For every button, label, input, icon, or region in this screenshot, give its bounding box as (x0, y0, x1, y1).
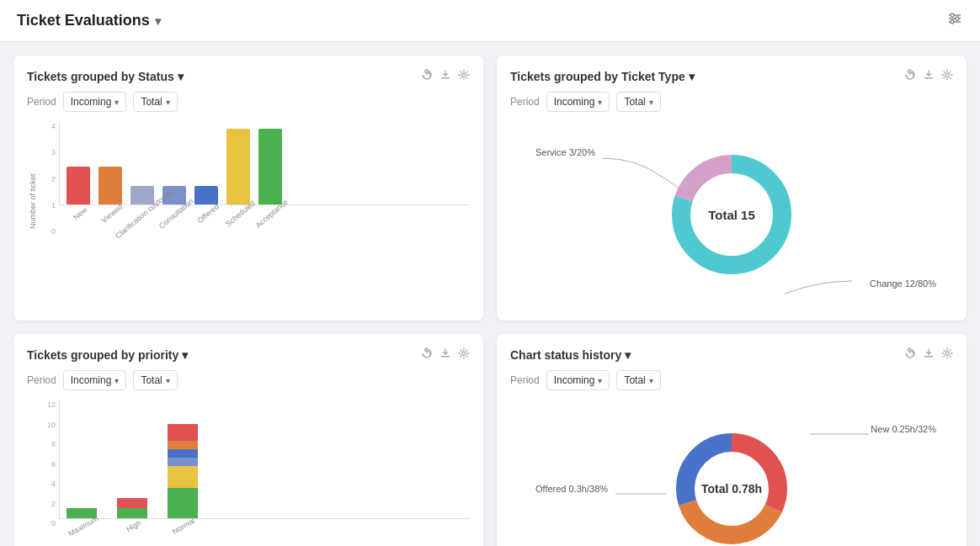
history-period-select[interactable]: Incoming ▾ (546, 370, 610, 390)
download-icon-2[interactable] (923, 69, 935, 83)
app-header: Ticket Evaluations ▾ (0, 0, 980, 42)
status-chart-title: Tickets grouped by Status ▾ (27, 70, 184, 83)
status-y-axis: Number of ticket 4 3 2 1 0 (27, 122, 59, 252)
svg-rect-12 (441, 356, 450, 358)
status-chart-body: New Viewed Clarification customer Consul… (59, 122, 470, 252)
svg-point-7 (462, 73, 466, 77)
normal-blue-seg (168, 449, 198, 458)
settings-icon-4[interactable] (941, 347, 953, 362)
header-filter-icon[interactable] (946, 10, 963, 31)
svg-point-15 (945, 352, 949, 355)
status-x-labels: New Viewed Clarification customer Consul… (59, 210, 470, 252)
svg-point-3 (951, 13, 954, 17)
status-history-filter-bar: Period Incoming ▾ Total ▾ (510, 370, 953, 390)
priority-filter-bar: Period Incoming ▾ Total ▾ (27, 370, 470, 390)
normal-green-seg (168, 488, 198, 518)
ticket-type-chart-title: Tickets grouped by Ticket Type ▾ (510, 70, 695, 83)
x-label-normal: Normal (167, 522, 197, 546)
stacked-normal (168, 407, 198, 518)
refresh-icon-3[interactable] (421, 347, 433, 362)
bar-new (67, 129, 90, 204)
bar-scheduled (226, 129, 250, 204)
title-chevron[interactable]: ▾ (155, 14, 161, 28)
svg-rect-14 (924, 356, 933, 358)
status-history-actions (904, 347, 953, 362)
history-donut-center: Total 0.78h (701, 482, 762, 496)
ticket-type-donut: Service 3/20% Total 15 Chan (510, 122, 953, 307)
bar-viewed (99, 129, 122, 204)
refresh-icon-2[interactable] (904, 69, 916, 83)
normal-segments (168, 424, 198, 518)
priority-total-select[interactable]: Total ▾ (133, 370, 177, 390)
ticket-type-total-select[interactable]: Total ▾ (616, 92, 660, 112)
priority-x-labels: Maximum High Normal (59, 522, 470, 546)
priority-bars (59, 400, 470, 519)
download-icon-4[interactable] (923, 347, 935, 362)
settings-icon[interactable] (458, 69, 470, 83)
period-label: Period (27, 96, 56, 108)
normal-yellow-seg (168, 466, 198, 488)
ticket-type-period-select[interactable]: Incoming ▾ (546, 92, 610, 112)
high-red-seg (117, 498, 147, 508)
stacked-maximum (67, 407, 97, 518)
svg-point-5 (951, 20, 954, 24)
stacked-high (117, 407, 147, 518)
bar-acceptance (258, 129, 282, 204)
status-bar-chart: Number of ticket 4 3 2 1 0 (27, 122, 470, 252)
period-incoming-select[interactable]: Incoming ▾ (63, 92, 127, 112)
status-chart-actions (421, 69, 470, 83)
bar-offered (194, 129, 218, 204)
settings-icon-2[interactable] (941, 69, 953, 83)
ticket-type-chart-card: Tickets grouped by Ticket Type ▾ Period … (497, 56, 967, 321)
settings-icon-3[interactable] (458, 347, 470, 362)
priority-period-select[interactable]: Incoming ▾ (63, 370, 127, 390)
status-bars (59, 122, 470, 205)
status-history-card: Chart status history ▾ Period Incoming ▾ (497, 334, 967, 546)
priority-chart-header: Tickets grouped by priority ▾ (27, 347, 470, 362)
status-chart-card: Tickets grouped by Status ▾ Period Incom… (13, 56, 483, 321)
svg-point-4 (956, 17, 959, 20)
history-total-select[interactable]: Total ▾ (616, 370, 660, 390)
high-green-seg (117, 508, 147, 518)
normal-lavender-seg (168, 458, 198, 466)
ticket-type-chart-actions (904, 69, 953, 83)
normal-orange-seg (168, 441, 198, 449)
incoming-arrow: ▾ (115, 98, 119, 107)
svg-point-13 (462, 352, 466, 355)
priority-chart-title: Tickets grouped by priority ▾ (27, 348, 188, 362)
status-history-header: Chart status history ▾ (510, 347, 953, 362)
high-segments (117, 498, 147, 518)
status-chart-filter-bar: Period Incoming ▾ Total ▾ (27, 92, 470, 112)
donut-center-label: Total 15 (708, 208, 755, 222)
priority-chart-body: Maximum High Normal (59, 400, 470, 546)
download-icon[interactable] (439, 69, 451, 83)
priority-y-axis: 12 10 8 6 4 2 0 (27, 400, 59, 546)
x-label-maximum: Maximum (66, 522, 96, 546)
priority-stacked-chart: 12 10 8 6 4 2 0 (27, 400, 470, 546)
dashboard: Tickets grouped by Status ▾ Period Incom… (0, 42, 980, 546)
total-arrow: ▾ (166, 98, 170, 107)
download-icon-3[interactable] (439, 347, 451, 362)
total-select[interactable]: Total ▾ (133, 92, 177, 112)
x-label-high: High (116, 522, 146, 546)
status-history-title: Chart status history ▾ (510, 348, 631, 362)
bar-clarification (130, 129, 154, 204)
offered-annotation: Offered 0.3h/38% (535, 484, 608, 494)
svg-rect-6 (441, 77, 450, 79)
ticket-type-filter-bar: Period Incoming ▾ Total ▾ (510, 92, 953, 112)
status-history-donut: Offered 0.3h/38% Total 0.78h (510, 400, 953, 546)
app-title: Ticket Evaluations ▾ (17, 12, 161, 29)
priority-chart-actions (421, 347, 470, 362)
refresh-icon-4[interactable] (904, 347, 916, 362)
ticket-type-chart-header: Tickets grouped by Ticket Type ▾ (510, 69, 953, 83)
service-annotation: Service 3/20% (535, 147, 595, 157)
priority-chart-card: Tickets grouped by priority ▾ Period Inc… (13, 334, 483, 546)
refresh-icon[interactable] (421, 69, 433, 83)
svg-point-9 (945, 73, 949, 77)
normal-red-seg (168, 424, 198, 441)
status-chart-header: Tickets grouped by Status ▾ (27, 69, 470, 83)
change-annotation: Change 12/80% (870, 278, 936, 289)
page-title: Ticket Evaluations (17, 12, 150, 29)
new-annotation: New 0.25h/32% (871, 424, 936, 434)
svg-rect-8 (924, 77, 933, 79)
